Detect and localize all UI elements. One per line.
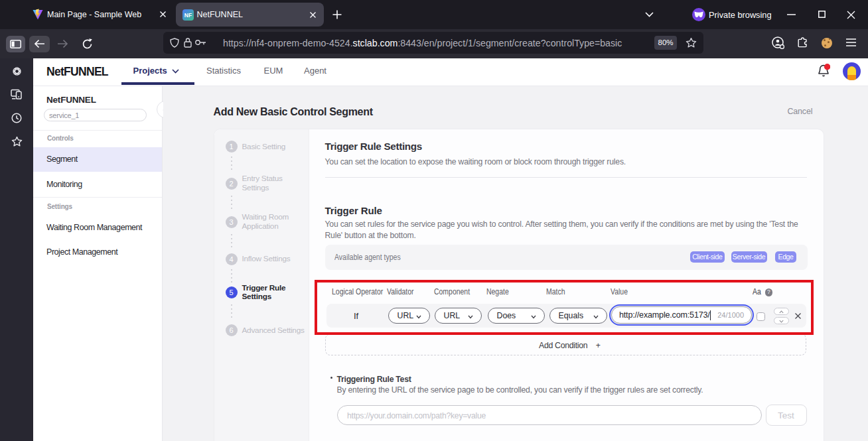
svg-text:NF: NF	[184, 12, 191, 19]
